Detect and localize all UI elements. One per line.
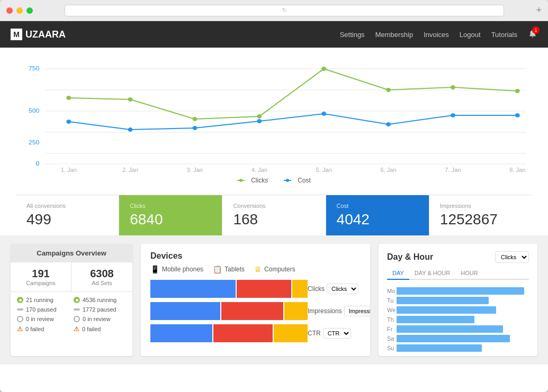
legend-tablets-label: Tablets — [224, 266, 245, 273]
day-row-sa: Sa — [387, 335, 529, 342]
legend-computers-label: Computers — [264, 266, 295, 273]
dayhour-tabs: DAY DAY & HOUR HOUR — [387, 267, 529, 280]
main-content: 750 500 250 0 1. Jan 2. Jan 3. Jan 4. Ja… — [0, 48, 548, 392]
device-ctr-label: CTR — [308, 330, 321, 337]
device-impressions-label: Impressions — [308, 307, 342, 315]
day-label-th: Th — [387, 316, 397, 323]
chart-area: 750 500 250 0 1. Jan 2. Jan 3. Jan 4. Ja… — [0, 48, 548, 195]
svg-text:500: 500 — [29, 107, 39, 114]
dayhour-bars: Mo Tu We Th — [379, 285, 537, 356]
svg-point-32 — [451, 113, 455, 117]
stat-conversions-label: Conversions — [233, 203, 315, 209]
nav-settings[interactable]: Settings — [340, 31, 365, 39]
maximize-button[interactable] — [26, 7, 33, 14]
svg-point-35 — [239, 179, 242, 182]
stat-impressions-label: Impressions — [440, 203, 522, 209]
stat-cost-value: 4042 — [337, 211, 418, 228]
campaigns-status-col: 21 running 170 paused 0 in review ⚠ — [17, 295, 69, 334]
close-button[interactable] — [6, 7, 13, 14]
stat-all-conversions-value: 499 — [26, 211, 108, 228]
stat-cost-label: Cost — [337, 203, 418, 209]
bar-clicks-computer — [292, 280, 308, 298]
legend-clicks: Clicks — [237, 177, 268, 184]
tab-dayhour[interactable]: DAY & HOUR — [409, 267, 455, 279]
day-row-th: Th — [387, 316, 529, 323]
adsets-status-col: 4536 running 1772 paused 0 in review ⚠ — [74, 295, 126, 334]
day-label-mo: Mo — [387, 288, 397, 294]
dayhour-panel: Day & Hour Clicks DAY DAY & HOUR HOUR Mo — [379, 244, 537, 356]
status-row: 21 running 170 paused 0 in review ⚠ — [11, 292, 132, 338]
device-clicks-dropdown[interactable]: Clicks — [327, 284, 358, 294]
nav-invoices[interactable]: Invoices — [424, 31, 449, 39]
svg-point-27 — [128, 127, 133, 132]
adsets-failed-text: 0 failed — [82, 326, 101, 332]
nav-membership[interactable]: Membership — [375, 31, 414, 39]
app-window: ↻ + M UZAARA Settings Membership Invoice… — [0, 0, 548, 392]
legend-tablets: 📋 Tablets — [213, 265, 245, 274]
device-metric-clicks: Clicks Clicks — [308, 284, 361, 294]
svg-text:5. Jan: 5. Jan — [316, 167, 332, 173]
notifications-bell[interactable]: 1 — [528, 29, 537, 40]
devices-panel: Devices 📱 Mobile phones 📋 Tablets 🖥 Comp… — [141, 244, 370, 356]
logo: M UZAARA — [11, 29, 66, 40]
minimize-button[interactable] — [16, 7, 23, 14]
adsets-running: 4536 running — [74, 295, 126, 305]
bottom-row: Campaigns Overview 191 Campaigns 6308 Ad… — [0, 235, 548, 364]
nav-tutorials[interactable]: Tutorials — [491, 31, 517, 39]
chart-legend: Clicks Cost — [16, 175, 532, 189]
device-row-clicks: Clicks Clicks — [150, 280, 361, 298]
dayhour-select[interactable]: Clicks — [495, 251, 529, 263]
svg-text:2. Jan: 2. Jan — [122, 167, 138, 173]
stat-impressions-value: 1252867 — [440, 211, 522, 228]
day-bar-mo — [397, 287, 524, 295]
bar-impressions-tablet — [221, 302, 283, 320]
svg-point-31 — [386, 122, 391, 126]
device-row-impressions: Impressions Impressions — [150, 302, 361, 320]
stat-cost: Cost 4042 — [326, 195, 429, 235]
stat-clicks-label: Clicks — [130, 203, 211, 209]
day-label-sa: Sa — [387, 335, 397, 342]
campaigns-count: 191 — [19, 268, 62, 280]
svg-point-37 — [286, 179, 289, 182]
svg-point-25 — [515, 89, 520, 93]
day-label-su: Su — [387, 345, 397, 351]
window-controls — [6, 7, 33, 14]
day-bar-fr — [397, 325, 503, 333]
stat-impressions: Impressions 1252867 — [429, 195, 532, 235]
device-impressions-dropdown[interactable]: Impressions — [344, 306, 370, 316]
adsets-label: Ad Sets — [80, 280, 124, 286]
svg-point-26 — [66, 120, 71, 124]
campaigns-grid: 191 Campaigns 6308 Ad Sets — [11, 262, 132, 292]
day-bar-we — [397, 306, 496, 314]
stat-clicks-value: 6840 — [130, 211, 211, 228]
svg-point-24 — [451, 85, 455, 89]
adsets-running-icon — [74, 297, 80, 303]
svg-point-23 — [386, 88, 391, 92]
svg-text:4. Jan: 4. Jan — [251, 167, 267, 173]
device-bar-impressions — [150, 302, 308, 320]
mobile-icon: 📱 — [150, 265, 159, 274]
bar-ctr-computer — [274, 324, 308, 342]
adsets-paused-icon — [74, 308, 80, 311]
svg-text:7. Jan: 7. Jan — [445, 167, 461, 173]
campaigns-paused: 170 paused — [17, 305, 69, 314]
nav-logout[interactable]: Logout — [460, 31, 481, 39]
line-chart: 750 500 250 0 1. Jan 2. Jan 3. Jan 4. Ja… — [16, 58, 532, 175]
svg-text:0: 0 — [36, 160, 40, 167]
campaigns-running-text: 21 running — [26, 297, 53, 303]
device-metric-impressions: Impressions Impressions — [308, 306, 361, 316]
svg-point-20 — [192, 117, 197, 121]
adsets-failed-icon: ⚠ — [74, 325, 79, 333]
svg-point-29 — [257, 119, 262, 123]
tab-day[interactable]: DAY — [387, 267, 409, 280]
new-tab-button[interactable]: + — [536, 5, 542, 16]
device-ctr-dropdown[interactable]: CTR — [323, 328, 351, 339]
svg-point-30 — [321, 112, 326, 116]
svg-point-28 — [192, 126, 197, 130]
tab-hour[interactable]: HOUR — [455, 267, 483, 279]
day-label-tu: Tu — [387, 297, 397, 304]
campaigns-count-cell: 191 Campaigns — [11, 262, 71, 291]
nav-links: Settings Membership Invoices Logout Tuto… — [340, 29, 537, 40]
campaigns-failed-text: 0 failed — [25, 326, 44, 332]
address-bar[interactable]: ↻ — [65, 5, 504, 16]
